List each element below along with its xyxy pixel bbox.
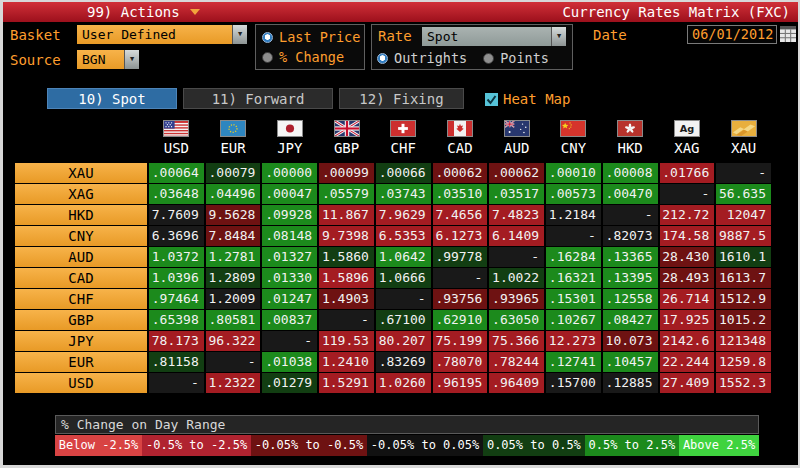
- matrix-cell[interactable]: 75.199: [433, 331, 488, 351]
- matrix-cell[interactable]: .97464: [149, 289, 204, 309]
- matrix-cell[interactable]: -: [546, 226, 601, 246]
- chevron-down-icon[interactable]: ▼: [551, 27, 566, 46]
- col-header-gbp[interactable]: GBP: [319, 118, 374, 156]
- matrix-cell[interactable]: .16284: [546, 247, 601, 267]
- row-label-gbp[interactable]: GBP: [15, 310, 147, 330]
- matrix-cell[interactable]: .01247: [262, 289, 317, 309]
- row-label-xau[interactable]: XAU: [15, 163, 147, 183]
- matrix-cell[interactable]: 1.4903: [319, 289, 374, 309]
- matrix-cell[interactable]: -: [149, 373, 204, 393]
- matrix-cell[interactable]: 75.366: [489, 331, 544, 351]
- matrix-cell[interactable]: .08148: [262, 226, 317, 246]
- matrix-cell[interactable]: .00064: [149, 163, 204, 183]
- matrix-cell[interactable]: 12.273: [546, 331, 601, 351]
- matrix-cell[interactable]: .10457: [603, 352, 658, 372]
- matrix-cell[interactable]: 1.0666: [376, 268, 431, 288]
- matrix-cell[interactable]: .82073: [603, 226, 658, 246]
- matrix-cell[interactable]: 7.7609: [149, 205, 204, 225]
- radio-selected-icon[interactable]: [262, 32, 273, 43]
- col-header-cad[interactable]: CAD: [433, 118, 488, 156]
- matrix-cell[interactable]: .96195: [433, 373, 488, 393]
- col-header-jpy[interactable]: JPY: [262, 118, 317, 156]
- matrix-cell[interactable]: 6.1409: [489, 226, 544, 246]
- row-label-eur[interactable]: EUR: [15, 352, 147, 372]
- matrix-cell[interactable]: -: [489, 247, 544, 267]
- matrix-cell[interactable]: 1.2781: [206, 247, 261, 267]
- matrix-cell[interactable]: .08427: [603, 310, 658, 330]
- matrix-cell[interactable]: .00010: [546, 163, 601, 183]
- radio-outrights[interactable]: Outrights: [377, 48, 467, 68]
- radio-unselected-icon[interactable]: [483, 53, 494, 64]
- matrix-cell[interactable]: 1.2009: [206, 289, 261, 309]
- matrix-cell[interactable]: 121348: [716, 331, 771, 351]
- matrix-cell[interactable]: 1259.8: [716, 352, 771, 372]
- matrix-cell[interactable]: -: [206, 352, 261, 372]
- matrix-cell[interactable]: 1.0642: [376, 247, 431, 267]
- row-label-xag[interactable]: XAG: [15, 184, 147, 204]
- matrix-cell[interactable]: 212.72: [660, 205, 715, 225]
- row-label-cad[interactable]: CAD: [15, 268, 147, 288]
- matrix-cell[interactable]: 12047: [716, 205, 771, 225]
- matrix-cell[interactable]: .96409: [489, 373, 544, 393]
- matrix-cell[interactable]: 28.493: [660, 268, 715, 288]
- matrix-cell[interactable]: .83269: [376, 352, 431, 372]
- rate-dropdown[interactable]: Spot ▼: [422, 27, 566, 46]
- calendar-icon[interactable]: [780, 26, 796, 42]
- col-header-xag[interactable]: AgXAG: [660, 118, 715, 156]
- matrix-cell[interactable]: 1.2410: [319, 352, 374, 372]
- matrix-cell[interactable]: .78244: [489, 352, 544, 372]
- row-label-cny[interactable]: CNY: [15, 226, 147, 246]
- basket-dropdown[interactable]: User Defined ▼: [77, 25, 247, 44]
- matrix-cell[interactable]: -: [433, 268, 488, 288]
- matrix-cell[interactable]: .00062: [489, 163, 544, 183]
- matrix-cell[interactable]: .00047: [262, 184, 317, 204]
- col-header-eur[interactable]: EUR: [206, 118, 261, 156]
- matrix-cell[interactable]: -: [603, 205, 658, 225]
- matrix-cell[interactable]: -: [716, 163, 771, 183]
- radio-selected-icon[interactable]: [377, 53, 388, 64]
- matrix-cell[interactable]: .99778: [433, 247, 488, 267]
- col-header-cny[interactable]: CNY: [546, 118, 601, 156]
- matrix-cell[interactable]: .63050: [489, 310, 544, 330]
- matrix-cell[interactable]: 17.925: [660, 310, 715, 330]
- matrix-cell[interactable]: 1015.2: [716, 310, 771, 330]
- matrix-cell[interactable]: .00066: [376, 163, 431, 183]
- matrix-cell[interactable]: 6.5353: [376, 226, 431, 246]
- matrix-cell[interactable]: 1.2809: [206, 268, 261, 288]
- radio-unselected-icon[interactable]: [262, 52, 273, 63]
- matrix-cell[interactable]: .81158: [149, 352, 204, 372]
- matrix-cell[interactable]: .01327: [262, 247, 317, 267]
- row-label-aud[interactable]: AUD: [15, 247, 147, 267]
- radio-points[interactable]: Points: [483, 48, 549, 68]
- matrix-cell[interactable]: .05579: [319, 184, 374, 204]
- matrix-cell[interactable]: .00837: [262, 310, 317, 330]
- matrix-cell[interactable]: .13395: [603, 268, 658, 288]
- radio-percent-change[interactable]: % Change: [262, 47, 358, 67]
- matrix-cell[interactable]: .00099: [319, 163, 374, 183]
- matrix-cell[interactable]: .01038: [262, 352, 317, 372]
- matrix-cell[interactable]: .15301: [546, 289, 601, 309]
- tab-spot[interactable]: 10) Spot: [47, 88, 177, 109]
- tab-fixing[interactable]: 12) Fixing: [339, 88, 464, 109]
- matrix-cell[interactable]: 22.244: [660, 352, 715, 372]
- matrix-cell[interactable]: 6.3696: [149, 226, 204, 246]
- chevron-down-icon[interactable]: ▼: [124, 50, 139, 69]
- matrix-cell[interactable]: 7.8484: [206, 226, 261, 246]
- matrix-cell[interactable]: .00573: [546, 184, 601, 204]
- date-input[interactable]: 06/01/2012: [687, 25, 777, 44]
- col-header-usd[interactable]: USD: [149, 118, 204, 156]
- matrix-cell[interactable]: .62910: [433, 310, 488, 330]
- matrix-cell[interactable]: .03648: [149, 184, 204, 204]
- matrix-cell[interactable]: 80.207: [376, 331, 431, 351]
- heat-map-toggle[interactable]: Heat Map: [485, 91, 570, 107]
- matrix-cell[interactable]: .16321: [546, 268, 601, 288]
- matrix-cell[interactable]: 1.5860: [319, 247, 374, 267]
- matrix-cell[interactable]: 7.4656: [433, 205, 488, 225]
- matrix-cell[interactable]: 7.9629: [376, 205, 431, 225]
- matrix-cell[interactable]: 26.714: [660, 289, 715, 309]
- matrix-cell[interactable]: 56.635: [716, 184, 771, 204]
- matrix-cell[interactable]: -: [376, 289, 431, 309]
- matrix-cell[interactable]: 1.0396: [149, 268, 204, 288]
- matrix-cell[interactable]: .12741: [546, 352, 601, 372]
- matrix-cell[interactable]: 1.2322: [206, 373, 261, 393]
